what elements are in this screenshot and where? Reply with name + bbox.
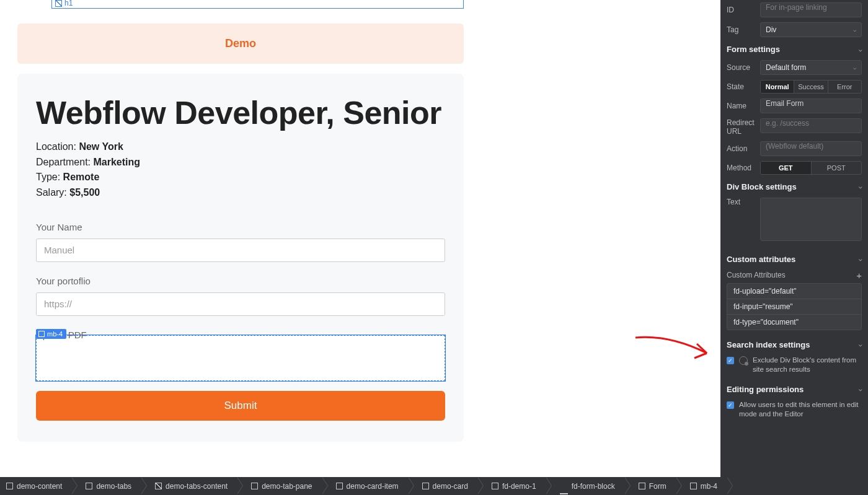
custom-attributes-list: fd-upload="default" fd-input="resume" fd… bbox=[727, 283, 862, 330]
breadcrumb-item[interactable]: demo-tab-pane bbox=[237, 477, 322, 495]
form-settings-header[interactable]: Form settings⌵ bbox=[720, 40, 868, 58]
div-icon bbox=[690, 483, 697, 489]
editing-permissions-header[interactable]: Editing permissions⌵ bbox=[720, 380, 868, 398]
div-icon bbox=[38, 331, 45, 337]
selected-element-label: mb-4 bbox=[47, 330, 63, 338]
redirect-url-input[interactable]: e.g. /success bbox=[760, 118, 862, 133]
upload-label: Upload PDF bbox=[36, 330, 445, 340]
breadcrumb-item[interactable]: demo-card-item bbox=[322, 477, 409, 495]
chevron-down-icon: ⌵ bbox=[859, 183, 862, 190]
breadcrumb-item[interactable]: Form bbox=[625, 477, 676, 495]
breadcrumb-label: fd-form-block bbox=[572, 482, 615, 491]
div-block-settings-header[interactable]: Div Block settings⌵ bbox=[720, 177, 868, 195]
canvas: h1 Demo Webflow Developer, Senior Locati… bbox=[17, 0, 464, 442]
custom-attribute-item[interactable]: fd-upload="default" bbox=[727, 284, 861, 299]
method-segmented[interactable]: GET POST bbox=[760, 161, 862, 175]
chevron-down-icon: ⌵ bbox=[859, 341, 862, 348]
submit-button[interactable]: Submit bbox=[36, 391, 445, 421]
h1-element-tag[interactable]: h1 bbox=[53, 0, 75, 7]
name-label: Your Name bbox=[36, 222, 445, 232]
portfolio-label: Your portoflio bbox=[36, 276, 445, 286]
demo-card: Webflow Developer, Senior Location: New … bbox=[17, 74, 464, 442]
div-icon bbox=[336, 483, 343, 489]
custom-attribute-item[interactable]: fd-input="resume" bbox=[727, 299, 861, 314]
chevron-down-icon: ⌵ bbox=[853, 64, 856, 71]
div-icon bbox=[639, 483, 645, 489]
state-error[interactable]: Error bbox=[828, 81, 861, 93]
inspector-panel: ID For in-page linking Tag Div⌵ Form set… bbox=[720, 0, 868, 477]
h1-selection-outline bbox=[51, 0, 464, 9]
id-label: ID bbox=[727, 6, 756, 14]
breadcrumb-label: demo-tabs-content bbox=[166, 482, 228, 491]
job-meta: Location: New York Department: Marketing… bbox=[36, 139, 445, 201]
editing-permission-row[interactable]: Allow users to edit this element in edit… bbox=[720, 398, 868, 424]
breadcrumb-item[interactable]: fd-form-block bbox=[546, 477, 625, 495]
upload-box[interactable] bbox=[36, 335, 445, 381]
chevron-down-icon: ⌵ bbox=[853, 27, 856, 33]
breadcrumb-label: demo-tabs bbox=[96, 482, 131, 491]
div-icon bbox=[422, 483, 429, 489]
div-icon bbox=[251, 483, 258, 489]
text-label: Text bbox=[727, 198, 756, 206]
breadcrumb-item[interactable]: demo-content bbox=[0, 477, 72, 495]
custom-attributes-subheader: Custom Attributes + bbox=[720, 268, 868, 282]
exclude-from-search-label: Exclude Div Block's content from site se… bbox=[753, 356, 862, 375]
h1-icon bbox=[55, 0, 62, 7]
name-label: Name bbox=[727, 102, 756, 110]
state-success[interactable]: Success bbox=[794, 81, 827, 93]
div-icon bbox=[86, 483, 92, 489]
source-label: Source bbox=[727, 63, 756, 72]
breadcrumb-item[interactable]: demo-card bbox=[409, 477, 478, 495]
annotation-arrow bbox=[632, 328, 725, 378]
selected-element-tag[interactable]: mb-4 bbox=[36, 329, 66, 339]
chevron-down-icon: ⌵ bbox=[859, 386, 862, 392]
div-icon bbox=[492, 483, 498, 489]
breadcrumb-item[interactable]: demo-tabs bbox=[72, 477, 141, 495]
text-textarea[interactable] bbox=[760, 198, 862, 241]
breadcrumb-label: demo-card bbox=[433, 482, 468, 491]
upload-block[interactable]: mb-4 bbox=[36, 335, 445, 381]
add-attribute-button[interactable]: + bbox=[856, 270, 862, 281]
breadcrumb-label: demo-tab-pane bbox=[262, 482, 312, 491]
custom-attribute-item[interactable]: fd-type="document" bbox=[727, 314, 861, 330]
breadcrumb-item[interactable]: fd-demo-1 bbox=[478, 477, 546, 495]
breadcrumb-item[interactable]: mb-4 bbox=[676, 477, 727, 495]
action-label: Action bbox=[727, 144, 756, 153]
exclude-from-search-row[interactable]: Exclude Div Block's content from site se… bbox=[720, 353, 868, 380]
editing-permission-label: Allow users to edit this element in edit… bbox=[739, 400, 862, 419]
search-index-settings-header[interactable]: Search index settings⌵ bbox=[720, 335, 868, 353]
div-icon bbox=[6, 483, 13, 489]
name-input[interactable] bbox=[36, 239, 445, 262]
h1-tag-label: h1 bbox=[64, 0, 73, 7]
method-get[interactable]: GET bbox=[761, 162, 811, 174]
breadcrumb: demo-contentdemo-tabsdemo-tabs-contentde… bbox=[0, 477, 868, 495]
redirect-url-label: Redirect URL bbox=[727, 118, 756, 136]
checkbox-icon[interactable] bbox=[727, 357, 734, 364]
source-select[interactable]: Default form⌵ bbox=[760, 60, 862, 75]
job-title: Webflow Developer, Senior bbox=[36, 95, 445, 132]
tag-label: Tag bbox=[727, 25, 756, 34]
breadcrumb-item[interactable]: demo-tabs-content bbox=[141, 477, 237, 495]
custom-attributes-header[interactable]: Custom attributes⌵ bbox=[720, 250, 868, 268]
chevron-down-icon: ⌵ bbox=[859, 256, 862, 262]
form: Your Name Your portoflio Upload PDF mb-4… bbox=[36, 222, 445, 421]
demo-banner: Demo bbox=[17, 24, 464, 64]
breadcrumb-label: Form bbox=[649, 482, 666, 491]
breadcrumb-label: demo-content bbox=[17, 482, 62, 491]
name-input[interactable]: Email Form bbox=[760, 99, 862, 113]
state-segmented[interactable]: Normal Success Error bbox=[760, 80, 862, 94]
breadcrumb-label: demo-card-item bbox=[347, 482, 399, 491]
method-post[interactable]: POST bbox=[811, 162, 862, 174]
method-label: Method bbox=[727, 164, 756, 172]
chevron-down-icon: ⌵ bbox=[859, 46, 862, 53]
state-normal[interactable]: Normal bbox=[761, 81, 794, 93]
demo-banner-label: Demo bbox=[225, 37, 256, 50]
portfolio-input[interactable] bbox=[36, 292, 445, 316]
breadcrumb-label: mb-4 bbox=[701, 482, 717, 491]
tag-select[interactable]: Div⌵ bbox=[760, 22, 862, 37]
breadcrumb-label: fd-demo-1 bbox=[502, 482, 536, 491]
diag-icon bbox=[155, 483, 162, 489]
checkbox-icon[interactable] bbox=[727, 401, 734, 409]
action-input[interactable]: (Webflow default) bbox=[760, 141, 862, 156]
id-input[interactable]: For in-page linking bbox=[760, 2, 862, 17]
